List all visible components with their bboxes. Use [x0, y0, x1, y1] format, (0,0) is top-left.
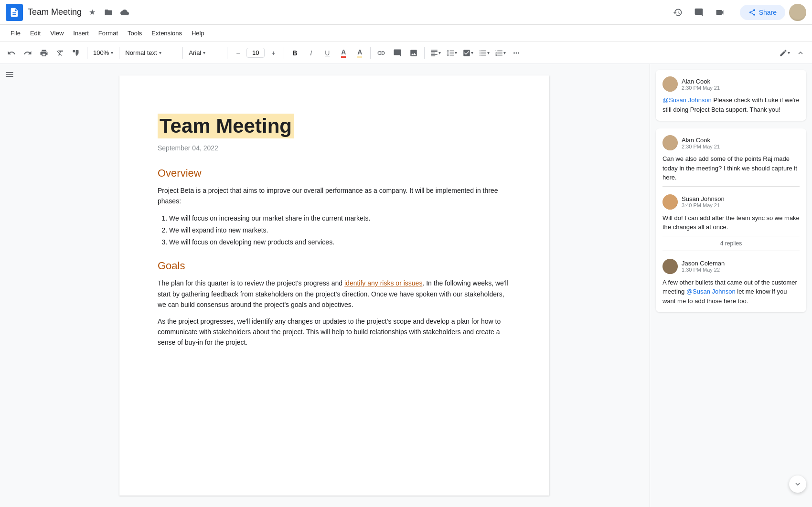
svg-point-4: [667, 197, 673, 204]
menu-view[interactable]: View: [45, 28, 68, 39]
svg-point-1: [664, 86, 676, 92]
toolbar-divider-3: [182, 47, 183, 59]
checklist-button[interactable]: ▾: [460, 45, 475, 61]
highlighted-text: identify any risks or issues: [344, 279, 422, 287]
menu-file[interactable]: File: [6, 28, 25, 39]
toolbar-divider-1: [87, 47, 87, 59]
history-button[interactable]: [669, 4, 686, 21]
comment-header-2: Alan Cook 2:30 PM May 21: [662, 135, 800, 150]
menu-insert[interactable]: Insert: [68, 28, 94, 39]
menu-help[interactable]: Help: [187, 28, 209, 39]
toolbar: 100% ▾ Normal text ▾ Arial ▾ − + B I U A…: [0, 42, 812, 64]
bullet-list-button[interactable]: ▾: [476, 45, 491, 61]
style-select[interactable]: Normal text ▾: [122, 48, 180, 57]
mention-2: @Susan Johnson: [686, 288, 736, 295]
font-size-increase[interactable]: +: [266, 45, 281, 61]
comment-divider-3: [662, 251, 800, 251]
reply-card-1: Susan Johnson 3:40 PM May 21 Will do! I …: [662, 190, 800, 232]
reply-card-2: Jason Coleman 1:30 PM May 22 A few other…: [662, 255, 800, 306]
sidebar-toggle[interactable]: [0, 64, 19, 507]
comment-time-1: 2:30 PM May 21: [682, 85, 800, 91]
comments-panel: Alan Cook 2:30 PM May 21 @Susan Johnson …: [650, 64, 812, 507]
mention-1: @Susan Johnson: [662, 96, 712, 104]
share-label: Share: [759, 9, 777, 16]
numbered-list-button[interactable]: ▾: [492, 45, 508, 61]
document-page: Team Meeting September 04, 2022 Overview…: [119, 75, 549, 496]
bold-button[interactable]: B: [287, 45, 302, 61]
insert-image-button[interactable]: [406, 45, 421, 61]
app-icon[interactable]: [6, 4, 23, 21]
right-actions: Share: [669, 4, 806, 21]
comment-header-1: Alan Cook 2:30 PM May 21: [662, 76, 800, 92]
edit-mode-button[interactable]: ▾: [777, 45, 792, 61]
toolbar-divider-7: [424, 47, 425, 59]
menu-bar: File Edit View Insert Format Tools Exten…: [0, 25, 812, 42]
font-size-input[interactable]: [246, 48, 265, 58]
list-item-2: We will expand into new markets.: [169, 224, 511, 236]
svg-point-6: [667, 262, 673, 268]
insert-link-button[interactable]: [374, 45, 389, 61]
reply-time-1: 3:40 PM May 21: [682, 202, 800, 208]
toolbar-divider-4: [227, 47, 227, 59]
toolbar-divider-2: [119, 47, 119, 59]
comment-divider-1: [662, 186, 800, 187]
goals-heading: Goals: [158, 260, 511, 272]
italic-button[interactable]: I: [303, 45, 319, 61]
cloud-button[interactable]: [118, 6, 131, 19]
reply-time-2: 1:30 PM May 22: [682, 267, 800, 273]
paint-format-button[interactable]: [69, 45, 84, 61]
collapse-button[interactable]: [793, 45, 808, 61]
reply-avatar-jason: [662, 259, 678, 274]
comment-meta-1: Alan Cook 2:30 PM May 21: [682, 78, 800, 91]
document-date: September 04, 2022: [158, 144, 511, 152]
star-button[interactable]: ★: [85, 6, 99, 19]
font-size-decrease[interactable]: −: [230, 45, 246, 61]
text-color-button[interactable]: A: [336, 45, 351, 61]
undo-button[interactable]: [4, 45, 19, 61]
print-button[interactable]: [36, 45, 52, 61]
clear-format-button[interactable]: [53, 45, 68, 61]
reply-author-1: Susan Johnson: [682, 195, 800, 202]
menu-format[interactable]: Format: [94, 28, 123, 39]
overview-heading: Overview: [158, 167, 511, 180]
overview-list: We will focus on increasing our market s…: [169, 212, 511, 249]
redo-button[interactable]: [20, 45, 35, 61]
underline-button[interactable]: U: [320, 45, 335, 61]
scroll-to-bottom-button[interactable]: [789, 475, 806, 493]
reply-header-1: Susan Johnson 3:40 PM May 21: [662, 194, 800, 210]
list-item-3: We will focus on developing new products…: [169, 236, 511, 248]
menu-edit[interactable]: Edit: [25, 28, 45, 39]
reply-text-1: Will do! I can add after the team sync s…: [662, 213, 800, 232]
highlight-color-button[interactable]: A: [352, 45, 367, 61]
reply-avatar-susan: [662, 194, 678, 210]
drive-button[interactable]: [102, 6, 115, 19]
more-options-button[interactable]: [509, 45, 524, 61]
goals-paragraph-1: The plan for this quarter is to review t…: [158, 278, 511, 310]
comment-card-2: Alan Cook 2:30 PM May 21 Can we also add…: [656, 128, 806, 312]
svg-point-0: [667, 79, 673, 86]
toolbar-divider-5: [284, 47, 284, 59]
share-button[interactable]: Share: [740, 5, 785, 20]
align-button[interactable]: ▾: [427, 45, 443, 61]
menu-tools[interactable]: Tools: [123, 28, 147, 39]
user-avatar[interactable]: [789, 4, 806, 21]
menu-extensions[interactable]: Extensions: [147, 28, 187, 39]
add-comment-button[interactable]: [390, 45, 405, 61]
comments-button[interactable]: [690, 4, 707, 21]
svg-point-7: [664, 268, 676, 274]
document-title-text: Team Meeting: [158, 114, 294, 138]
meet-button[interactable]: [711, 4, 728, 21]
comment-avatar-alan-1: [662, 76, 678, 92]
title-bar: Team Meeting ★ Share: [0, 0, 812, 25]
comment-text-1: @Susan Johnson Please check with Luke if…: [662, 95, 800, 114]
overview-paragraph: Project Beta is a project that aims to i…: [158, 185, 511, 207]
svg-point-3: [664, 145, 676, 150]
toolbar-divider-6: [370, 47, 371, 59]
line-spacing-button[interactable]: ▾: [444, 45, 459, 61]
zoom-select[interactable]: 100% ▾: [90, 48, 116, 57]
title-icons: ★: [85, 6, 131, 19]
replies-count[interactable]: 4 replies: [662, 240, 800, 247]
comment-time-2: 2:30 PM May 21: [682, 144, 800, 149]
font-select[interactable]: Arial ▾: [186, 48, 224, 57]
reply-meta-2: Jason Coleman 1:30 PM May 22: [682, 260, 800, 273]
